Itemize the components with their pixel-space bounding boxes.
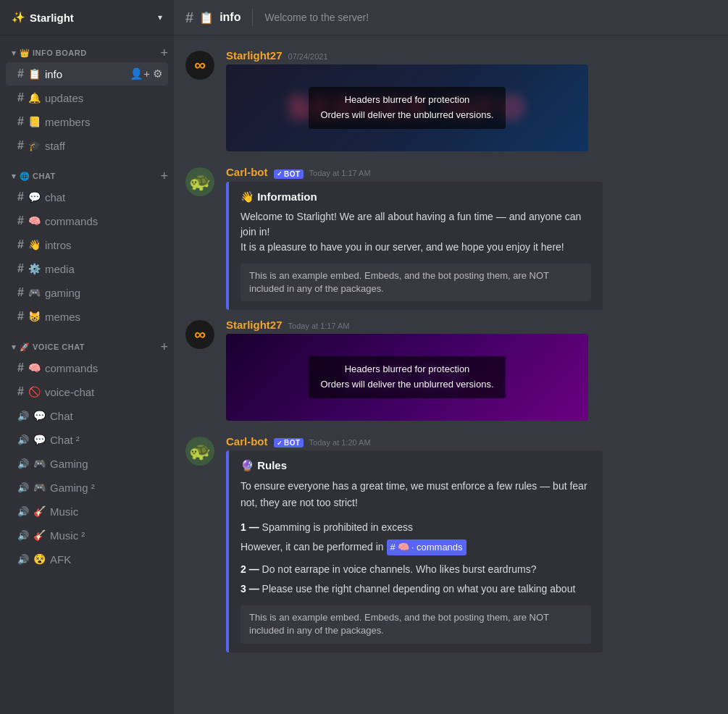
speaker-icon: 🔊 [17,530,29,541]
blur-notice-info: Headers blurred for protection Orders wi… [309,87,505,129]
embed-note-rules: This is an example embed. Embeds, and th… [240,605,591,643]
hash-icon: # [17,214,24,227]
channel-actions-info: 👤+ ⚙ [130,67,162,80]
message-author-1: Starlight27 [226,49,283,62]
channel-emoji-music-vc2: 🎸 [33,529,46,541]
voice-channel-chat[interactable]: 🔊 💬 Chat [6,404,168,427]
channel-item-gaming[interactable]: # 🎮 gaming [6,281,168,304]
blurred-banner-info: SERVER INFO Headers blurred for protecti… [226,64,588,151]
section-icon-voice: 🚀 [20,343,30,352]
section-collapse-icon: ▾ [12,343,17,352]
rules-description: To ensure everyone has a great time, we … [240,478,591,597]
channel-name-intros: intros [45,239,162,251]
hash-icon: # [17,238,24,251]
message-timestamp-2: Today at 1:17 AM [309,169,371,177]
avatar-starlight27-2: ∞ [185,320,214,349]
header-topic: Welcome to the server! [264,12,369,23]
voice-channel-chat2[interactable]: 🔊 💬 Chat ² [6,428,168,451]
channel-name-info: info [45,68,125,80]
section-icon: 👑 [20,49,30,58]
header-channel-emoji: 📋 [199,11,214,25]
server-name: ✨ Starlight [12,11,74,24]
embed-note-info: This is an example embed. Embeds, and th… [240,264,591,301]
add-channel-button-chat[interactable]: + [160,169,168,182]
voice-channel-music[interactable]: 🔊 🎸 Music [6,500,168,523]
channel-emoji-memes: 😸 [28,311,41,322]
channel-emoji-gaming-vc: 🎮 [33,458,46,469]
channel-item-updates[interactable]: # 🔔 updates [6,86,168,109]
invite-icon[interactable]: 👤+ [130,67,150,80]
header-divider [252,9,253,26]
channel-name-media: media [45,263,162,275]
section-header-voice[interactable]: ▾ 🚀 VOICE CHAT + [0,340,174,353]
message-header-1: Starlight27 07/24/2021 [226,49,716,62]
avatar-carlbot-1: 🐢 [185,167,214,196]
message-author-3: Starlight27 [226,319,283,331]
channel-emoji-gaming-vc2: 🎮 [33,482,46,493]
channel-emoji-staff: 🎓 [28,140,41,151]
message-author-2: Carl-bot [226,166,268,178]
sidebar: ✨ Starlight ▾ ▾ 👑 INFO BOARD + # 📋 info … [0,0,174,714]
voice-channel-name-gaming2: Gaming ² [50,482,162,494]
message-header-4: Carl-bot ✓ BOT Today at 1:20 AM [226,435,716,448]
hash-icon: # [17,139,24,152]
embed-information: 👋 Information Welcome to Starlight! We a… [226,182,603,310]
channel-item-members[interactable]: # 📒 members [6,110,168,133]
channel-item-staff[interactable]: # 🎓 staff [6,134,168,157]
blurred-banner-rules: RULES Headers blurred for protection Ord… [226,334,588,421]
commands-channel-pill[interactable]: #🧠 · commands [387,539,466,556]
speaker-icon: 🔊 [17,554,29,565]
message-group-4: 🐢 Carl-bot ✓ BOT Today at 1:20 AM 🔮 Rule… [174,432,728,655]
channel-item-intros[interactable]: # 👋 intros [6,233,168,256]
message-timestamp-1: 07/24/2021 [288,52,328,61]
channel-item-info[interactable]: # 📋 info 👤+ ⚙ [6,62,168,85]
channel-name-members: members [45,116,162,128]
bot-check-icon: ✓ [277,170,283,177]
channel-name-voice-chat-text: voice-chat [45,386,162,398]
section-label-chat: ▾ 🌐 CHAT [12,172,56,181]
voice-channel-afk[interactable]: 🔊 😵 AFK [6,547,168,571]
rule-2: 2 — Do not earrape in voice channels. Wh… [240,561,591,577]
channel-item-voice-chat-text[interactable]: # 🚫 voice-chat [6,380,168,403]
bot-check-icon-2: ✓ [277,440,283,447]
channel-item-commands[interactable]: # 🧠 commands [6,209,168,232]
hash-icon: # [17,190,24,203]
section-icon-chat: 🌐 [20,172,30,181]
server-header[interactable]: ✨ Starlight ▾ [0,0,174,35]
embed-description-info: Welcome to Starlight! We are all about h… [240,209,591,255]
messages-area: ∞ Starlight27 07/24/2021 SERVER INFO Hea… [174,35,728,714]
channel-emoji-updates: 🔔 [28,92,41,104]
voice-channel-name-gaming: Gaming [50,458,162,470]
hash-icon: # [17,286,24,299]
speaker-icon: 🔊 [17,482,29,493]
channel-item-chat[interactable]: # 💬 chat [6,185,168,209]
avatar-starlight27-1: ∞ [185,51,214,80]
voice-channel-gaming2[interactable]: 🔊 🎮 Gaming ² [6,476,168,499]
section-label-voice: ▾ 🚀 VOICE CHAT [12,343,85,352]
channel-item-memes[interactable]: # 😸 memes [6,305,168,328]
voice-channel-name-chat2: Chat ² [50,434,162,446]
message-content-3: Starlight27 Today at 1:17 AM RULES Heade… [226,319,716,427]
add-channel-button-voice[interactable]: + [160,340,168,353]
channel-emoji-music-vc: 🎸 [33,505,46,517]
header-hash-icon: # [185,9,193,26]
hash-icon: # [17,310,24,323]
avatar-carlbot-2: 🐢 [185,437,214,466]
voice-channel-music2[interactable]: 🔊 🎸 Music ² [6,524,168,547]
message-timestamp-3: Today at 1:17 AM [288,322,350,330]
channel-item-media[interactable]: # ⚙️ media [6,257,168,280]
hash-icon: # [17,262,24,275]
section-info-board: ▾ 👑 INFO BOARD + # 📋 info 👤+ ⚙ # 🔔 updat… [0,46,174,158]
channel-item-vc-commands[interactable]: # 🧠 commands [6,356,168,379]
hash-icon: # [17,91,24,104]
section-header-chat[interactable]: ▾ 🌐 CHAT + [0,169,174,182]
section-voice-chat: ▾ 🚀 VOICE CHAT + # 🧠 commands # 🚫 voice-… [0,340,174,571]
message-content-4: Carl-bot ✓ BOT Today at 1:20 AM 🔮 Rules … [226,435,716,652]
rule-1: 1 — Spamming is prohibited in excess [240,519,591,535]
blur-overlay-info: SERVER INFO Headers blurred for protecti… [226,64,588,151]
section-header-info-board[interactable]: ▾ 👑 INFO BOARD + [0,46,174,59]
settings-icon[interactable]: ⚙ [153,67,162,80]
add-channel-button-info[interactable]: + [160,46,168,59]
message-content-2: Carl-bot ✓ BOT Today at 1:17 AM 👋 Inform… [226,166,716,310]
voice-channel-gaming[interactable]: 🔊 🎮 Gaming [6,452,168,475]
